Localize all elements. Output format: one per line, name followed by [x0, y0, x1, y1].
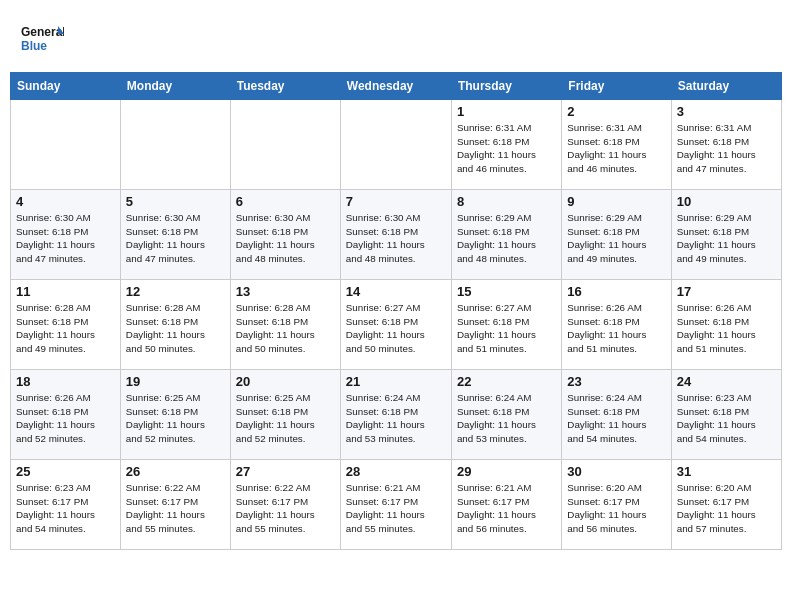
logo-svg: General Blue — [20, 18, 64, 62]
calendar-cell — [230, 100, 340, 190]
day-number: 27 — [236, 464, 335, 479]
calendar-cell: 20Sunrise: 6:25 AM Sunset: 6:18 PM Dayli… — [230, 370, 340, 460]
day-number: 26 — [126, 464, 225, 479]
day-number: 18 — [16, 374, 115, 389]
calendar-cell: 1Sunrise: 6:31 AM Sunset: 6:18 PM Daylig… — [451, 100, 561, 190]
day-header-friday: Friday — [562, 73, 671, 100]
calendar-cell: 5Sunrise: 6:30 AM Sunset: 6:18 PM Daylig… — [120, 190, 230, 280]
calendar-cell: 16Sunrise: 6:26 AM Sunset: 6:18 PM Dayli… — [562, 280, 671, 370]
day-number: 16 — [567, 284, 665, 299]
day-number: 17 — [677, 284, 776, 299]
day-number: 3 — [677, 104, 776, 119]
day-info: Sunrise: 6:28 AM Sunset: 6:18 PM Dayligh… — [236, 301, 335, 356]
day-number: 24 — [677, 374, 776, 389]
day-number: 19 — [126, 374, 225, 389]
day-info: Sunrise: 6:24 AM Sunset: 6:18 PM Dayligh… — [567, 391, 665, 446]
calendar-week-4: 18Sunrise: 6:26 AM Sunset: 6:18 PM Dayli… — [11, 370, 782, 460]
day-info: Sunrise: 6:20 AM Sunset: 6:17 PM Dayligh… — [677, 481, 776, 536]
calendar-week-1: 1Sunrise: 6:31 AM Sunset: 6:18 PM Daylig… — [11, 100, 782, 190]
day-info: Sunrise: 6:31 AM Sunset: 6:18 PM Dayligh… — [457, 121, 556, 176]
day-number: 22 — [457, 374, 556, 389]
day-number: 21 — [346, 374, 446, 389]
day-header-monday: Monday — [120, 73, 230, 100]
day-info: Sunrise: 6:30 AM Sunset: 6:18 PM Dayligh… — [126, 211, 225, 266]
day-info: Sunrise: 6:21 AM Sunset: 6:17 PM Dayligh… — [457, 481, 556, 536]
calendar-cell: 29Sunrise: 6:21 AM Sunset: 6:17 PM Dayli… — [451, 460, 561, 550]
calendar-cell: 4Sunrise: 6:30 AM Sunset: 6:18 PM Daylig… — [11, 190, 121, 280]
day-number: 1 — [457, 104, 556, 119]
calendar-cell — [120, 100, 230, 190]
calendar-cell: 31Sunrise: 6:20 AM Sunset: 6:17 PM Dayli… — [671, 460, 781, 550]
day-number: 6 — [236, 194, 335, 209]
svg-text:General: General — [21, 25, 64, 39]
calendar-cell: 13Sunrise: 6:28 AM Sunset: 6:18 PM Dayli… — [230, 280, 340, 370]
day-info: Sunrise: 6:27 AM Sunset: 6:18 PM Dayligh… — [457, 301, 556, 356]
day-info: Sunrise: 6:30 AM Sunset: 6:18 PM Dayligh… — [16, 211, 115, 266]
day-header-tuesday: Tuesday — [230, 73, 340, 100]
day-number: 13 — [236, 284, 335, 299]
calendar-week-5: 25Sunrise: 6:23 AM Sunset: 6:17 PM Dayli… — [11, 460, 782, 550]
day-info: Sunrise: 6:22 AM Sunset: 6:17 PM Dayligh… — [236, 481, 335, 536]
day-info: Sunrise: 6:23 AM Sunset: 6:18 PM Dayligh… — [677, 391, 776, 446]
calendar-cell: 6Sunrise: 6:30 AM Sunset: 6:18 PM Daylig… — [230, 190, 340, 280]
calendar-cell: 24Sunrise: 6:23 AM Sunset: 6:18 PM Dayli… — [671, 370, 781, 460]
svg-text:Blue: Blue — [21, 39, 47, 53]
day-header-thursday: Thursday — [451, 73, 561, 100]
day-number: 31 — [677, 464, 776, 479]
calendar-cell: 8Sunrise: 6:29 AM Sunset: 6:18 PM Daylig… — [451, 190, 561, 280]
calendar-cell: 19Sunrise: 6:25 AM Sunset: 6:18 PM Dayli… — [120, 370, 230, 460]
day-info: Sunrise: 6:26 AM Sunset: 6:18 PM Dayligh… — [16, 391, 115, 446]
day-number: 30 — [567, 464, 665, 479]
day-info: Sunrise: 6:23 AM Sunset: 6:17 PM Dayligh… — [16, 481, 115, 536]
day-number: 5 — [126, 194, 225, 209]
calendar-cell — [11, 100, 121, 190]
day-number: 28 — [346, 464, 446, 479]
calendar-cell: 10Sunrise: 6:29 AM Sunset: 6:18 PM Dayli… — [671, 190, 781, 280]
calendar-week-3: 11Sunrise: 6:28 AM Sunset: 6:18 PM Dayli… — [11, 280, 782, 370]
day-info: Sunrise: 6:30 AM Sunset: 6:18 PM Dayligh… — [236, 211, 335, 266]
calendar-cell — [340, 100, 451, 190]
day-info: Sunrise: 6:24 AM Sunset: 6:18 PM Dayligh… — [457, 391, 556, 446]
day-info: Sunrise: 6:29 AM Sunset: 6:18 PM Dayligh… — [677, 211, 776, 266]
day-number: 15 — [457, 284, 556, 299]
calendar-cell: 15Sunrise: 6:27 AM Sunset: 6:18 PM Dayli… — [451, 280, 561, 370]
day-number: 11 — [16, 284, 115, 299]
calendar-table: SundayMondayTuesdayWednesdayThursdayFrid… — [10, 72, 782, 550]
day-info: Sunrise: 6:22 AM Sunset: 6:17 PM Dayligh… — [126, 481, 225, 536]
calendar-cell: 11Sunrise: 6:28 AM Sunset: 6:18 PM Dayli… — [11, 280, 121, 370]
calendar-cell: 22Sunrise: 6:24 AM Sunset: 6:18 PM Dayli… — [451, 370, 561, 460]
day-info: Sunrise: 6:29 AM Sunset: 6:18 PM Dayligh… — [457, 211, 556, 266]
day-info: Sunrise: 6:26 AM Sunset: 6:18 PM Dayligh… — [677, 301, 776, 356]
day-info: Sunrise: 6:31 AM Sunset: 6:18 PM Dayligh… — [567, 121, 665, 176]
calendar-cell: 14Sunrise: 6:27 AM Sunset: 6:18 PM Dayli… — [340, 280, 451, 370]
day-number: 7 — [346, 194, 446, 209]
day-number: 25 — [16, 464, 115, 479]
day-info: Sunrise: 6:20 AM Sunset: 6:17 PM Dayligh… — [567, 481, 665, 536]
calendar-header-row: SundayMondayTuesdayWednesdayThursdayFrid… — [11, 73, 782, 100]
day-header-wednesday: Wednesday — [340, 73, 451, 100]
calendar-cell: 30Sunrise: 6:20 AM Sunset: 6:17 PM Dayli… — [562, 460, 671, 550]
day-info: Sunrise: 6:30 AM Sunset: 6:18 PM Dayligh… — [346, 211, 446, 266]
calendar-cell: 3Sunrise: 6:31 AM Sunset: 6:18 PM Daylig… — [671, 100, 781, 190]
calendar-cell: 2Sunrise: 6:31 AM Sunset: 6:18 PM Daylig… — [562, 100, 671, 190]
day-info: Sunrise: 6:27 AM Sunset: 6:18 PM Dayligh… — [346, 301, 446, 356]
day-info: Sunrise: 6:24 AM Sunset: 6:18 PM Dayligh… — [346, 391, 446, 446]
day-number: 9 — [567, 194, 665, 209]
day-number: 4 — [16, 194, 115, 209]
calendar-cell: 17Sunrise: 6:26 AM Sunset: 6:18 PM Dayli… — [671, 280, 781, 370]
day-header-sunday: Sunday — [11, 73, 121, 100]
day-info: Sunrise: 6:25 AM Sunset: 6:18 PM Dayligh… — [126, 391, 225, 446]
calendar-cell: 27Sunrise: 6:22 AM Sunset: 6:17 PM Dayli… — [230, 460, 340, 550]
day-info: Sunrise: 6:28 AM Sunset: 6:18 PM Dayligh… — [126, 301, 225, 356]
day-info: Sunrise: 6:31 AM Sunset: 6:18 PM Dayligh… — [677, 121, 776, 176]
calendar-cell: 12Sunrise: 6:28 AM Sunset: 6:18 PM Dayli… — [120, 280, 230, 370]
day-number: 20 — [236, 374, 335, 389]
day-info: Sunrise: 6:25 AM Sunset: 6:18 PM Dayligh… — [236, 391, 335, 446]
day-number: 12 — [126, 284, 225, 299]
day-info: Sunrise: 6:26 AM Sunset: 6:18 PM Dayligh… — [567, 301, 665, 356]
page-header: General Blue — [10, 10, 782, 62]
calendar-cell: 9Sunrise: 6:29 AM Sunset: 6:18 PM Daylig… — [562, 190, 671, 280]
calendar-cell: 18Sunrise: 6:26 AM Sunset: 6:18 PM Dayli… — [11, 370, 121, 460]
day-number: 29 — [457, 464, 556, 479]
day-number: 2 — [567, 104, 665, 119]
